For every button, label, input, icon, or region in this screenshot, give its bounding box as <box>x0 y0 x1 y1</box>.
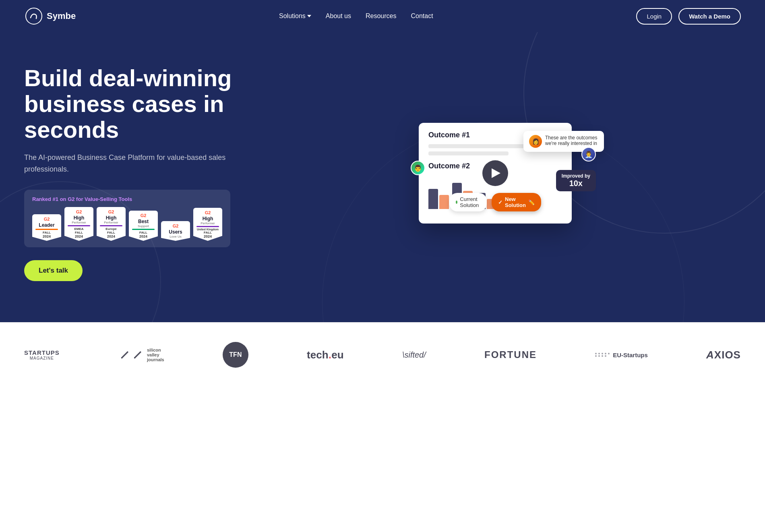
g2-badges-container: Ranked #1 on G2 for Value-Selling Tools … <box>24 190 230 247</box>
chip-dot <box>456 201 457 204</box>
new-solution-label: New Solution <box>505 196 526 208</box>
chart-group-1 <box>428 189 449 209</box>
badge-year-6: 2024 <box>196 234 219 238</box>
badge-title: Ranked #1 on G2 for Value-Selling Tools <box>32 196 222 202</box>
badge-bar-1 <box>35 229 58 230</box>
play-icon <box>492 168 500 178</box>
g2-badge-high-europe: G2 High Performer Europe FALL 2024 <box>97 207 126 241</box>
badge-year-4: 2024 <box>132 234 155 238</box>
badges-row: G2 Leader FALL 2024 G2 High Performer EM… <box>32 207 222 241</box>
badge-bar-6 <box>196 226 219 227</box>
logo-tfn: TFN <box>223 342 248 368</box>
hero-section: Build deal-winning business cases in sec… <box>0 32 765 322</box>
hero-visual: Outcome #1 Outcome #2 <box>250 72 741 274</box>
g2-logo-3: G2 <box>100 209 122 214</box>
chart-bar-dark-1 <box>428 189 438 209</box>
checkmark-icon: ✓ <box>498 199 502 205</box>
startups-text: STARTUPS <box>24 349 60 356</box>
badge-season-4: FALL <box>132 231 155 234</box>
edit-icon: ✏️ <box>528 199 535 205</box>
g2-badge-users-love: G2 Users Love Us <box>161 221 190 241</box>
badge-sub-4: Support <box>132 224 155 228</box>
badge-region-3: Europe <box>100 227 122 231</box>
chip-current-solution: Current Solution <box>449 193 487 211</box>
g2-badge-leader: G2 Leader FALL 2024 <box>32 214 61 241</box>
resources-link[interactable]: Resources <box>366 12 396 19</box>
logo-eu-startups: EU-Startups <box>595 352 648 358</box>
logo-tech-eu: tech.eu <box>307 348 344 361</box>
eu-startups-text: EU-Startups <box>613 352 648 358</box>
svj-icon: ⟋⟋ <box>118 348 144 362</box>
sifted-text: \sifted/ <box>402 350 426 360</box>
g2-logo-1: G2 <box>35 217 58 221</box>
badge-year-1: 2024 <box>35 234 58 238</box>
about-link[interactable]: About us <box>326 12 351 19</box>
badge-region-6: United Kingdom <box>196 228 219 231</box>
nav-item-about[interactable]: About us <box>326 12 351 20</box>
logo-text: Symbe <box>47 11 76 21</box>
tfn-text: TFN <box>229 351 242 358</box>
badge-region-2: EMEA <box>68 227 90 231</box>
svg-point-0 <box>26 8 42 24</box>
tfn-circle: TFN <box>223 342 248 368</box>
logos-strip: STARTUPS MAGAZINE ⟋⟋ silicon valley jour… <box>0 322 765 387</box>
badge-main-4: Best <box>132 219 155 224</box>
g2-logo-4: G2 <box>132 213 155 218</box>
lets-talk-button[interactable]: Let's talk <box>24 260 83 281</box>
ui-mockup: Outcome #1 Outcome #2 <box>419 123 572 224</box>
play-button[interactable] <box>482 160 508 186</box>
nav-actions: Login Watch a Demo <box>636 8 741 25</box>
badge-sub-2: Performer <box>68 221 90 224</box>
logo[interactable]: Symbe <box>24 6 76 26</box>
badge-sub-5: Love Us <box>164 235 187 238</box>
logo-sifted: \sifted/ <box>402 350 426 360</box>
improved-label: Improved by <box>562 173 590 179</box>
chip-new-solution[interactable]: ✓ New Solution ✏️ <box>492 193 541 211</box>
hero-title: Build deal-winning business cases in sec… <box>24 65 250 142</box>
magazine-text: MAGAZINE <box>24 356 60 360</box>
current-solution-label: Current Solution <box>460 196 480 208</box>
badge-main-2: High <box>68 215 90 221</box>
improved-value: 10x <box>562 179 590 188</box>
logo-fortune: FORTUNE <box>484 349 537 360</box>
eu-dots <box>595 353 610 357</box>
chart-bar-salmon-1 <box>439 195 449 209</box>
g2-badge-high-emea: G2 High Performer EMEA FALL 2024 <box>64 207 93 241</box>
g2-logo-2: G2 <box>68 209 90 214</box>
navbar: Symbe Solutions About us Resources Conta… <box>0 0 765 32</box>
nav-item-solutions[interactable]: Solutions <box>279 12 311 20</box>
logo-startups-magazine: STARTUPS MAGAZINE <box>24 349 60 360</box>
solution-chips: Current Solution ✓ New Solution ✏️ <box>449 193 541 211</box>
badge-bar-2 <box>68 225 90 226</box>
badge-main-6: High <box>196 216 219 221</box>
badge-season-3: FALL <box>100 231 122 234</box>
hero-content: Build deal-winning business cases in sec… <box>24 65 250 281</box>
g2-badge-best-support: G2 Best Support FALL 2024 <box>129 211 158 241</box>
badge-bar-4 <box>132 229 155 230</box>
improved-badge: Improved by 10x <box>556 170 596 191</box>
badge-main-5: Users <box>164 229 187 235</box>
nav-item-resources[interactable]: Resources <box>366 12 396 20</box>
solutions-link[interactable]: Solutions <box>279 12 306 20</box>
logo-axios: AXIOS <box>706 349 741 361</box>
card-line-2 <box>428 151 509 155</box>
solutions-chevron-icon <box>307 15 311 17</box>
g2-logo-6: G2 <box>196 210 219 215</box>
hero-subtitle: The AI-powered Business Case Platform fo… <box>24 152 250 175</box>
badge-sub-6: Performer <box>196 221 219 225</box>
watch-demo-button[interactable]: Watch a Demo <box>678 8 741 25</box>
badge-season-6: FALL <box>196 231 219 234</box>
logo-silicon-valley: ⟋⟋ silicon valley journals <box>118 348 164 362</box>
badge-year-2: 2024 <box>68 234 90 238</box>
tooltip-text: These are the outcomes we're really inte… <box>545 135 598 146</box>
nav-item-contact[interactable]: Contact <box>411 12 433 20</box>
tech-eu-text: tech.eu <box>307 348 344 361</box>
g2-logo-5: G2 <box>164 224 187 228</box>
g2-badge-high-uk: G2 High Performer United Kingdom FALL 20… <box>193 208 222 241</box>
badge-main-3: High <box>100 215 122 221</box>
login-button[interactable]: Login <box>636 8 672 25</box>
avatar-bottom: 👨 <box>411 161 425 175</box>
contact-link[interactable]: Contact <box>411 12 433 19</box>
avatar-right: 👨‍💼 <box>581 147 596 161</box>
badge-main-1: Leader <box>35 222 58 228</box>
